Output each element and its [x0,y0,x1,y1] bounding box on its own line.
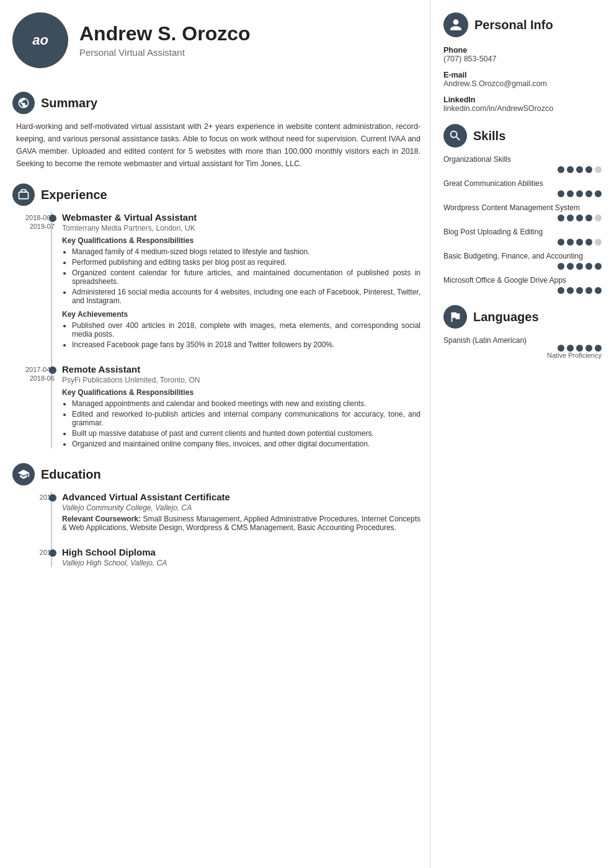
skill-dots-1 [443,190,602,197]
skill-dot [595,166,602,173]
phone-info: Phone (707) 853-5047 [443,46,602,63]
linkedin-info: LinkedIn linkedin.com/in/AndrewSOrozco [443,95,602,113]
candidate-title: Personal Virtual Assistant [79,47,251,58]
skill-dot [585,166,592,173]
skill-dots-0 [443,166,602,173]
education-timeline: 2017 Advanced Virtual Assistant Certific… [12,492,420,567]
skill-item-1: Great Communication Abilities [443,179,602,197]
personal-info-title: Personal Info [474,18,553,32]
skill-dots-2 [443,215,602,221]
resume-header: ao Andrew S. Orozco Personal Virtual Ass… [12,12,420,74]
email-value: Andrew.S.Orozco@gmail.com [443,79,602,88]
bullet-item: Performed publishing and editing tasks p… [72,258,420,267]
edu-school-2: Vallejo High School, Vallejo, CA [62,559,420,567]
skill-name-5: Microsoft Office & Google Drive Apps [443,276,602,285]
job-item-1: 2018-06 -2019-07 Webmaster & Virtual Ass… [62,212,420,349]
skill-item-0: Organizational Skills [443,155,602,173]
language-level-0: Native Proficiency [443,352,602,359]
language-dots-0 [443,345,602,352]
bullet-item: Built up massive database of past and cu… [72,429,420,438]
edu-item-2: 2014 High School Diploma Vallejo High Sc… [62,547,420,567]
skill-dot [567,239,574,246]
skill-dot [567,166,574,173]
bullet-item: Managed family of 4 medium-sized blogs r… [72,247,420,256]
language-dot [576,345,583,352]
achievement-item: Published over 400 articles in 2018, com… [72,321,420,339]
job-title-2: Remote Assistant [62,364,420,374]
personal-info-icon [443,12,468,37]
skills-icon [443,124,467,148]
education-header: Education [12,463,420,485]
skill-name-0: Organizational Skills [443,155,602,164]
education-title: Education [41,467,101,482]
timeline-dot-edu-1 [49,494,56,502]
skill-dot [585,239,592,246]
job-bullets-2: Managed appointments and calendar and bo… [62,399,420,448]
email-info: E-mail Andrew.S.Orozco@gmail.com [443,71,602,88]
timeline-dot-1 [49,215,56,222]
skill-dots-5 [443,287,602,294]
job-company-2: PsyFi Publications Unlimited, Toronto, O… [62,376,420,384]
summary-title: Summary [41,96,97,110]
skill-item-4: Basic Budgeting, Finance, and Accounting [443,252,602,270]
edu-school-1: Vallejo Community College, Vallejo, CA [62,503,420,512]
experience-header: Experience [12,184,420,206]
edu-title-1: Advanced Virtual Assistant Certificate [62,492,420,502]
job-company-1: Tomterrany Media Partners, London, UK [62,224,420,232]
bullet-item: Managed appointments and calendar and bo… [72,399,420,408]
skill-dot [576,287,583,294]
skill-dot [576,190,583,197]
skill-dot [558,239,564,246]
skill-dot [585,263,592,270]
skill-name-3: Blog Post Uploading & Editing [443,228,602,236]
job-qualifications-label-1: Key Qualifications & Responsibilities [62,236,420,245]
phone-value: (707) 853-5047 [443,55,602,63]
language-dot [595,345,602,352]
languages-list: Spanish (Latin American)Native Proficien… [443,336,602,359]
globe-icon [17,97,30,109]
skills-header: Skills [443,124,602,148]
skill-dot [576,166,583,173]
right-column: Personal Info Phone (707) 853-5047 E-mai… [434,0,614,868]
skill-dots-3 [443,239,602,246]
job-title-1: Webmaster & Virtual Assistant [62,212,420,223]
skill-dot [576,239,583,246]
linkedin-value: linkedin.com/in/AndrewSOrozco [443,104,602,113]
person-icon [449,18,463,32]
candidate-name: Andrew S. Orozco [79,23,251,45]
coursework-label-1: Relevant Coursework: [62,515,141,523]
edu-coursework-1: Relevant Coursework: Small Business Mana… [62,515,420,532]
timeline-dot-2 [49,366,56,374]
avatar-initials: ao [32,32,48,48]
skill-dot [595,215,602,221]
skill-name-2: Wordpress Content Management System [443,203,602,212]
language-dot [558,345,564,352]
edu-date-1: 2017 [12,493,55,502]
job-bullets-1: Managed family of 4 medium-sized blogs r… [62,247,420,305]
skill-dot [595,239,602,246]
avatar: ao [12,12,68,68]
experience-icon [12,184,35,206]
experience-section: Experience 2018-06 -2019-07 Webmaster & … [12,184,420,448]
skill-dot [576,215,583,221]
edu-title-2: High School Diploma [62,547,420,557]
job-achievements-1: Published over 400 articles in 2018, com… [62,321,420,349]
linkedin-label: LinkedIn [443,95,602,104]
job-qualifications-label-2: Key Qualifications & Responsibilities [62,388,420,397]
column-divider [430,0,431,868]
graduation-icon [17,468,30,480]
phone-label: Phone [443,46,602,55]
wrench-icon [448,129,462,143]
bullet-item: Edited and reworked to-publish articles … [72,410,420,427]
skill-item-2: Wordpress Content Management System [443,203,602,221]
skill-dot [558,263,564,270]
summary-text: Hard-working and self-motivated virtual … [12,120,420,170]
skill-dot [567,190,574,197]
job-date-1: 2018-06 -2019-07 [12,213,55,231]
education-section: Education 2017 Advanced Virtual Assistan… [12,463,420,567]
skill-dot [567,263,574,270]
personal-info-header: Personal Info [443,12,602,37]
skill-dot [585,287,592,294]
briefcase-icon [17,188,30,201]
skill-dot [585,215,592,221]
